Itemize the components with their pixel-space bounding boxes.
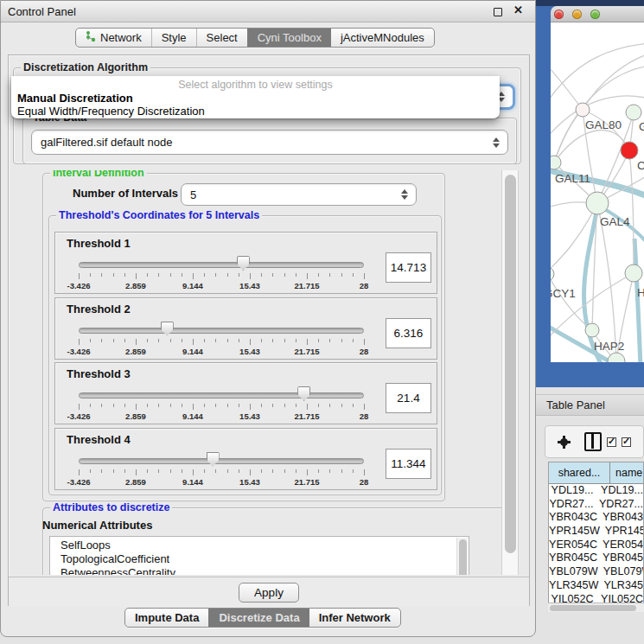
table-row[interactable]: YER054CYER054C (549, 539, 643, 552)
threshold-slider-thumb[interactable] (237, 256, 250, 271)
float-window-icon[interactable] (494, 8, 502, 16)
table-row[interactable]: YPR145WYPR145W (549, 525, 643, 539)
node-red[interactable] (621, 142, 638, 159)
tick-mark (147, 339, 148, 342)
threshold-slider-track[interactable] (79, 458, 364, 464)
tick-mark (341, 273, 342, 277)
scrollbar-thumb[interactable] (550, 605, 636, 611)
tab-jactivemnodules[interactable]: jActiveMNodules (331, 29, 434, 47)
dropdown-option-manual-discretization[interactable]: Manual Discretization (17, 92, 133, 105)
list-scrollbar[interactable] (456, 538, 468, 575)
gear-icon[interactable] (560, 438, 568, 446)
node-label-gal4: GAL4 (600, 215, 630, 228)
tick-mark (296, 273, 296, 277)
list-item-selfloops[interactable]: SelfLoops (50, 539, 469, 552)
threshold-slider-track[interactable] (79, 392, 364, 399)
list-item-topologicalcoefficient[interactable]: TopologicalCoefficient (50, 552, 469, 566)
tick-label: 15.43 (239, 477, 260, 487)
threshold-value-field[interactable]: 21.4 (386, 383, 431, 413)
thresholds-group: Threshold's Coordinates for 5 Intervals … (48, 215, 442, 495)
threshold-slider-thumb[interactable] (297, 386, 310, 401)
network-edge[interactable] (554, 110, 583, 163)
tab-cyni-toolbox[interactable]: Cyni Toolbox (247, 29, 331, 47)
number-of-intervals-label: Number of Intervals (73, 187, 178, 200)
threshold-value-field[interactable]: 11.344 (386, 449, 431, 479)
node-gcy1[interactable] (551, 267, 554, 281)
tick-mark (124, 273, 125, 277)
cyni-toolbox-panel: Discretization Algorithm Table Data galF… (8, 54, 530, 606)
node-label-h: H (637, 286, 644, 299)
node-gal11[interactable] (551, 156, 561, 169)
network-edge-thick[interactable] (634, 239, 641, 362)
tick-label: -3.426 (67, 411, 91, 421)
tab-impute-data[interactable]: Impute Data (125, 609, 208, 627)
network-icon (86, 30, 96, 45)
table-row[interactable]: YDL19...YDL19... (549, 484, 643, 498)
scrollbar-thumb[interactable] (505, 175, 516, 553)
tick-label: 21.715 (294, 347, 319, 356)
node-h[interactable] (625, 265, 642, 282)
threshold-slider-track[interactable] (79, 328, 364, 334)
settings-scrollbar[interactable] (501, 170, 519, 575)
tick-mark (90, 469, 91, 473)
tick-mark (215, 404, 216, 407)
tab-discretize-data[interactable]: Discretize Data (208, 609, 309, 627)
network-edge[interactable] (551, 64, 583, 110)
list-item-betweennesscentrality[interactable]: BetweennessCentrality (50, 566, 469, 575)
split-columns-icon[interactable] (584, 432, 602, 451)
threshold-value-field[interactable]: 14.713 (386, 252, 431, 283)
zoom-traffic-light-icon[interactable] (590, 10, 600, 19)
table-row[interactable]: YBR045CYBR045C (549, 552, 643, 565)
close-icon[interactable]: ✕ (513, 3, 523, 16)
tick-mark (261, 273, 262, 277)
tick-mark (227, 273, 228, 277)
table-row[interactable]: YLR345WYLR345W (549, 579, 643, 593)
tick-mark (124, 469, 125, 473)
table-toolbar (545, 425, 644, 458)
node-gal4[interactable] (586, 192, 609, 214)
tick-mark (364, 404, 365, 410)
network-canvas[interactable]: GAL80GACGAL11GAL4GCY1HHAP2 (551, 22, 644, 362)
tick-mark (182, 273, 182, 277)
tab-style[interactable]: Style (151, 29, 196, 47)
minimize-traffic-light-icon[interactable] (572, 10, 582, 19)
checkbox-checked-icon[interactable] (607, 437, 616, 447)
cell-name: YER054C (597, 539, 644, 552)
tick-mark (101, 339, 102, 342)
checkbox-checked-icon[interactable] (622, 437, 631, 447)
tick-mark (296, 404, 296, 407)
node-hap2[interactable] (585, 323, 599, 337)
table-horizontal-scrollbar[interactable] (548, 603, 644, 612)
table-row[interactable]: YBR043CYBR043C (549, 511, 643, 525)
dropdown-prompt-option[interactable]: Select algorithm to view settings (11, 79, 500, 91)
network-edge[interactable] (583, 54, 644, 110)
tab-network[interactable]: Network (76, 29, 151, 47)
tick-label: 9.144 (182, 281, 203, 290)
network-edge[interactable] (629, 150, 634, 273)
threshold-slider-thumb[interactable] (161, 322, 174, 336)
table-row[interactable]: YBL079WYBL079W (549, 565, 643, 579)
threshold-slider-track[interactable] (79, 262, 364, 268)
tick-mark (341, 404, 342, 407)
tick-mark (272, 339, 273, 342)
tab-infer-network[interactable]: Infer Network (309, 609, 400, 627)
tick-mark (261, 404, 262, 407)
table-row[interactable]: YDR27...YDR27... (549, 498, 643, 512)
tick-mark (182, 339, 182, 342)
close-traffic-light-icon[interactable] (554, 10, 564, 19)
node-pink[interactable] (576, 103, 590, 117)
column-header-name[interactable]: name (610, 462, 643, 483)
table-data-combobox[interactable]: galFiltered.sif default node (31, 130, 508, 155)
dropdown-option-equal-width[interactable]: Equal Width/Frequency Discretization (17, 105, 205, 118)
tick-mark (272, 273, 273, 277)
number-of-intervals-combobox[interactable]: 5 (181, 183, 417, 206)
node-top-right[interactable] (626, 105, 641, 120)
threshold-slider-thumb[interactable] (207, 452, 220, 467)
cell-shared-name: YBR045C (549, 552, 597, 565)
column-header-shared-name[interactable]: shared... (549, 462, 610, 483)
apply-button[interactable]: Apply (239, 583, 299, 603)
threshold-label: Threshold 2 (67, 303, 131, 316)
tab-select[interactable]: Select (196, 29, 247, 47)
threshold-value-field[interactable]: 6.316 (386, 318, 431, 348)
numerical-attributes-list[interactable]: SelfLoopsTopologicalCoefficientBetweenne… (49, 536, 469, 575)
